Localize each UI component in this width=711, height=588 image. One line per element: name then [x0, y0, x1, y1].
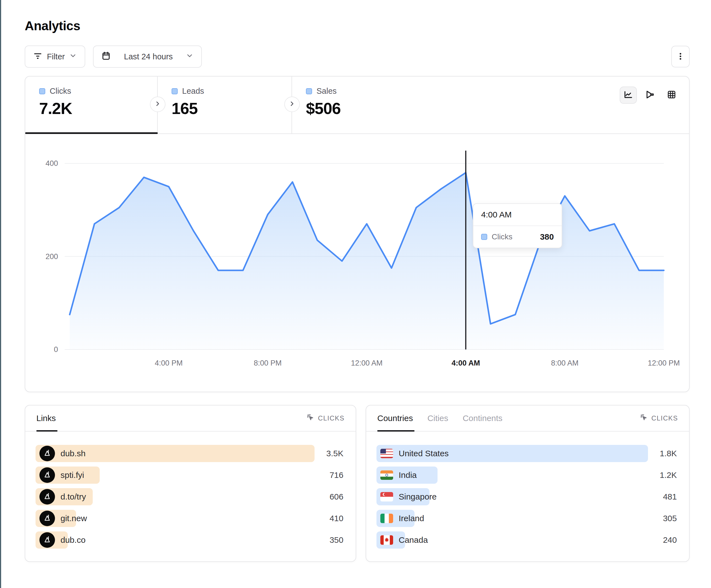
countries-metric-label: CLICKS [651, 414, 678, 422]
filter-button[interactable]: Filter [25, 45, 85, 68]
analytics-page: Analytics Filter Last [0, 0, 711, 588]
date-range-button[interactable]: Last 24 hours [93, 45, 202, 68]
expand-clicks-button[interactable] [150, 96, 166, 112]
row-label: Canada [399, 535, 428, 545]
row-bar-area: Singapore [376, 488, 648, 505]
row-bar: India [376, 467, 437, 484]
row-label: spti.fyi [61, 470, 84, 480]
flag-icon-ie [380, 514, 393, 523]
x-axis-tick: 8:00 PM [254, 359, 282, 367]
list-item[interactable]: Ireland305 [376, 510, 677, 527]
tab-countries[interactable]: Countries [377, 406, 413, 431]
toggle-line-chart[interactable] [620, 87, 637, 104]
calendar-icon [101, 51, 111, 62]
list-item[interactable]: d.to/try606 [36, 488, 343, 505]
row-label: git.new [61, 514, 87, 523]
row-label: dub.sh [61, 449, 86, 458]
countries-metric-selector[interactable]: CLICKS [640, 413, 678, 423]
list-item[interactable]: git.new410 [36, 510, 343, 527]
links-panel: Links CLICKS dub.sh3.5Kspti.fyi716d [25, 405, 356, 562]
links-metric-label: CLICKS [318, 414, 345, 422]
flag-icon-in [380, 470, 393, 480]
tab-label: Countries [377, 413, 413, 423]
list-item[interactable]: Canada240 [376, 532, 677, 549]
row-bar-area: d.to/try [36, 488, 315, 505]
tooltip-swatch-icon [481, 234, 487, 240]
row-bar-area: Ireland [376, 510, 648, 527]
row-value: 350 [315, 535, 343, 545]
y-axis-tick: 200 [45, 252, 58, 261]
tab-label: Cities [427, 413, 448, 423]
table-icon [667, 90, 676, 101]
row-value: 716 [315, 470, 343, 480]
list-item[interactable]: India1.2K [376, 467, 677, 484]
tooltip-time: 4:00 AM [473, 204, 562, 226]
row-bar-area: git.new [36, 510, 315, 527]
leads-swatch-icon [172, 88, 178, 94]
row-bar: United States [376, 445, 648, 462]
row-bar-area: dub.sh [36, 445, 315, 462]
row-value: 481 [648, 492, 677, 501]
list-item[interactable]: Singapore481 [376, 488, 677, 505]
stat-label: Leads [182, 87, 204, 96]
date-range-label: Last 24 hours [115, 52, 181, 61]
analytics-card: Clicks 7.2K Leads 165 Sales $ [25, 76, 690, 392]
row-value: 1.2K [648, 470, 677, 480]
y-axis-tick: 400 [45, 159, 58, 167]
countries-list: United States1.8KIndia1.2KSingapore481Ir… [366, 432, 689, 549]
x-axis-tick: 4:00 PM [155, 359, 183, 367]
funnel-chart-icon [645, 90, 655, 101]
tab-continents[interactable]: Continents [462, 406, 502, 431]
row-value: 240 [648, 535, 677, 545]
chart-tooltip: 4:00 AM Clicks 380 [473, 203, 562, 248]
stat-value: 165 [172, 99, 292, 118]
chevron-down-icon [186, 52, 194, 62]
links-list: dub.sh3.5Kspti.fyi716d.to/try606git.new4… [25, 432, 356, 549]
tab-links-label: Links [36, 413, 56, 423]
stat-label: Clicks [50, 87, 71, 96]
row-bar: Ireland [376, 510, 414, 527]
countries-panel-header: CountriesCitiesContinents CLICKS [366, 406, 689, 432]
row-label: d.to/try [61, 492, 86, 501]
list-item[interactable]: dub.sh3.5K [36, 445, 343, 462]
cursor-click-icon [640, 413, 648, 423]
x-axis-tick: 8:00 AM [551, 359, 579, 367]
flag-icon-us [380, 449, 393, 458]
toolbar: Filter Last 24 hours [25, 45, 690, 68]
cursor-click-icon [306, 413, 315, 423]
row-label: Ireland [399, 514, 424, 523]
link-favicon [39, 532, 55, 548]
toggle-table[interactable] [663, 87, 680, 104]
links-metric-selector[interactable]: CLICKS [306, 413, 345, 423]
y-axis-tick: 0 [54, 345, 58, 354]
more-options-button[interactable] [671, 46, 690, 67]
tab-cities[interactable]: Cities [427, 406, 448, 431]
clicks-timeseries-chart[interactable]: 02004004:00 PM8:00 PM12:00 AM4:00 AM8:00… [25, 134, 689, 392]
row-label: United States [399, 449, 449, 458]
row-bar: d.to/try [36, 488, 93, 505]
tab-links[interactable]: Links [36, 406, 56, 431]
list-item[interactable]: dub.co350 [36, 532, 343, 549]
link-favicon [39, 467, 55, 483]
flag-icon-sg [380, 492, 393, 501]
breakdown-panels: Links CLICKS dub.sh3.5Kspti.fyi716d [25, 405, 690, 562]
stat-value: 7.2K [39, 99, 157, 118]
area-chart-canvas: 02004004:00 PM8:00 PM12:00 AM4:00 AM8:00… [25, 134, 689, 392]
row-bar-area: India [376, 467, 648, 484]
tab-label: Continents [462, 413, 502, 423]
list-item[interactable]: United States1.8K [376, 445, 677, 462]
link-favicon [39, 511, 55, 526]
expand-leads-button[interactable] [284, 96, 300, 112]
row-label: Singapore [399, 492, 437, 501]
tab-leads[interactable]: Leads 165 [158, 76, 292, 133]
line-chart-icon [623, 90, 633, 101]
row-bar-area: Canada [376, 532, 648, 549]
toggle-funnel-chart[interactable] [641, 87, 659, 104]
row-value: 3.5K [315, 449, 343, 458]
x-axis-tick: 4:00 AM [451, 359, 480, 367]
clicks-swatch-icon [39, 88, 45, 94]
list-item[interactable]: spti.fyi716 [36, 467, 343, 484]
tab-sales[interactable]: Sales $506 [292, 76, 689, 133]
tab-clicks[interactable]: Clicks 7.2K [25, 76, 158, 133]
row-value: 1.8K [648, 449, 677, 458]
